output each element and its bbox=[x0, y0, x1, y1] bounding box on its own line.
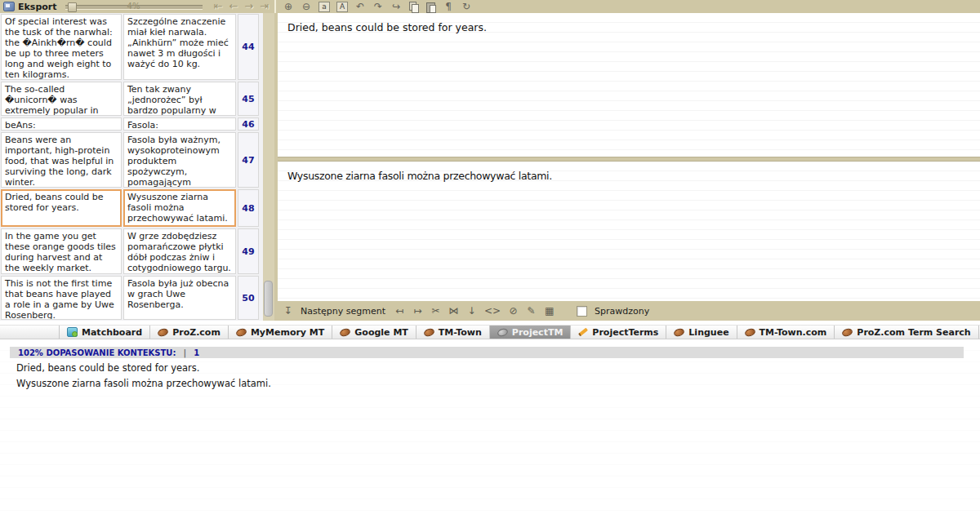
segment-number[interactable]: 48 bbox=[238, 189, 259, 227]
font-smaller-icon[interactable]: a bbox=[318, 2, 330, 12]
match-separator: | bbox=[183, 348, 186, 358]
segment-target[interactable]: Fasola była ważnym, wysokoproteinowym pr… bbox=[123, 132, 236, 188]
segment-target[interactable]: Fasola była już obecna w grach Uwe Rosen… bbox=[123, 276, 236, 320]
refresh-icon[interactable]: ↻ bbox=[461, 1, 472, 12]
copy-source-icon[interactable]: ↤ bbox=[394, 305, 405, 317]
tab-projecttm[interactable]: ProjectTM bbox=[490, 326, 572, 339]
match-source-line[interactable]: Dried, beans could be stored for years. bbox=[16, 363, 980, 374]
grid-scrollbar[interactable] bbox=[263, 13, 274, 321]
tab-label: Matchboard bbox=[82, 327, 142, 338]
table-row[interactable]: The so-called �unicorn� was extremely po… bbox=[1, 82, 262, 116]
bean-icon bbox=[673, 327, 685, 338]
first-segment-icon[interactable]: ⇤ bbox=[214, 1, 223, 12]
tab-tm-town[interactable]: TM-Town bbox=[416, 326, 490, 339]
segment-target[interactable]: W grze zdobędziesz pomarańczowe płytki d… bbox=[123, 228, 236, 274]
export-label: Eksport bbox=[18, 2, 57, 12]
segment-source[interactable]: Of special interest was the tusk of the … bbox=[1, 14, 122, 80]
segment-source[interactable]: Dried, beans could be stored for years. bbox=[1, 189, 122, 227]
pilcrow-icon[interactable]: ¶ bbox=[443, 1, 454, 12]
next-segment-icon[interactable]: → bbox=[244, 1, 253, 12]
copy-icon[interactable] bbox=[408, 2, 419, 12]
table-row[interactable]: Of special interest was the tusk of the … bbox=[1, 14, 262, 80]
undo-icon[interactable]: ↶ bbox=[354, 1, 366, 12]
segment-source[interactable]: In the game you get these orange goods t… bbox=[1, 228, 122, 274]
tab-label: ProjectTM bbox=[512, 327, 564, 338]
table-row[interactable]: beAns: Fasola: 46 bbox=[1, 117, 262, 131]
segment-number[interactable]: 44 bbox=[238, 14, 259, 80]
tab-label: ProZ.com bbox=[172, 327, 220, 338]
tab-label: TM-Town bbox=[439, 327, 482, 338]
merge-segment-icon[interactable]: ⋈ bbox=[448, 305, 459, 317]
segment-nav-buttons: ⇤ ← → ⇥ bbox=[214, 1, 270, 12]
grid-toolbar: Eksport 4% ⇤ ← → ⇥ bbox=[0, 0, 274, 13]
segment-source[interactable]: The so-called �unicorn� was extremely po… bbox=[1, 82, 122, 116]
target-editor-pane[interactable]: Wysuszone ziarna fasoli można przechowyw… bbox=[278, 162, 980, 301]
insert-target-icon[interactable]: ↦ bbox=[412, 305, 423, 317]
tab-label: Linguee bbox=[688, 327, 728, 338]
segment-number[interactable]: 49 bbox=[238, 228, 259, 274]
bean-icon bbox=[235, 327, 247, 338]
split-segment-icon[interactable]: ✂ bbox=[430, 305, 441, 317]
match-results-panel: 102% DOPASOWANIE KONTEKSTU: | 1 Dried, b… bbox=[0, 339, 980, 514]
segment-target[interactable]: Ten tak zwany „jednorożec” był bardzo po… bbox=[123, 82, 236, 116]
last-segment-icon[interactable]: ⇥ bbox=[260, 1, 269, 12]
segment-number[interactable]: 50 bbox=[238, 276, 259, 320]
target-editor-text: Wysuszone ziarna fasoli można przechowyw… bbox=[287, 170, 552, 182]
editor-bottom-toolbar: ↧ Następny segment ↤ ↦ ✂ ⋈ ↓ <> ⊘ ✎ ▦ Sp… bbox=[278, 301, 980, 321]
tab-matchboard[interactable]: Matchboard bbox=[59, 326, 150, 339]
editor-top-toolbar: ⊕ ⊖ a A ↶ ↷ ↪ ¶ ↻ bbox=[274, 0, 980, 13]
grid-icon[interactable]: ▦ bbox=[544, 305, 555, 317]
tab-label: TM-Town.com bbox=[760, 327, 827, 338]
segment-target[interactable]: Szczególne znaczenie miał kieł narwala. … bbox=[123, 14, 236, 80]
edit-icon[interactable]: ✎ bbox=[526, 305, 537, 317]
goto-next-segment-icon[interactable]: ↧ bbox=[283, 305, 293, 317]
jump-icon[interactable]: ↪ bbox=[390, 1, 402, 12]
next-segment-label[interactable]: Następny segment bbox=[301, 306, 385, 317]
segment-target[interactable]: Fasola: bbox=[123, 117, 236, 131]
redo-icon[interactable]: ↷ bbox=[372, 1, 384, 12]
segment-number[interactable]: 45 bbox=[238, 82, 259, 116]
tags-icon[interactable]: <> bbox=[484, 305, 501, 317]
tab-label: ProZ.com Term Search bbox=[857, 327, 970, 338]
bean-icon bbox=[497, 327, 509, 338]
reviewed-checkbox[interactable] bbox=[577, 306, 587, 317]
font-larger-icon[interactable]: A bbox=[336, 2, 348, 12]
strip-tags-icon[interactable]: ⊘ bbox=[508, 305, 519, 317]
segment-source[interactable]: beAns: bbox=[1, 117, 122, 131]
segment-source[interactable]: Beans were an important, high-protein fo… bbox=[1, 132, 122, 188]
segment-target[interactable]: Wysuszone ziarna fasoli można przechowyw… bbox=[123, 189, 236, 227]
grid-scrollbar-thumb[interactable] bbox=[264, 281, 273, 317]
bean-icon bbox=[339, 327, 351, 338]
progress-slider[interactable]: 4% bbox=[65, 2, 203, 11]
export-button[interactable]: Eksport bbox=[3, 2, 57, 12]
move-down-icon[interactable]: ↓ bbox=[466, 305, 477, 317]
tab-google-mt[interactable]: Google MT bbox=[332, 326, 416, 339]
segment-number[interactable]: 46 bbox=[238, 117, 259, 131]
tab-mymemory-mt[interactable]: MyMemory MT bbox=[229, 326, 332, 339]
match-target-line[interactable]: Wysuszone ziarna fasoli można przechowyw… bbox=[16, 379, 980, 389]
tab-proz-term-search[interactable]: ProZ.com Term Search bbox=[835, 326, 978, 339]
bean-icon bbox=[744, 327, 756, 338]
zoom-out-icon[interactable]: ⊖ bbox=[301, 1, 312, 12]
top-toolbar: Eksport 4% ⇤ ← → ⇥ ⊕ ⊖ a A ↶ ↷ ↪ ¶ ↻ bbox=[0, 0, 980, 13]
segment-number[interactable]: 47 bbox=[238, 132, 259, 188]
prev-segment-icon[interactable]: ← bbox=[229, 1, 238, 12]
bean-icon bbox=[423, 327, 435, 338]
source-editor-text: Dried, beans could be stored for years. bbox=[287, 21, 487, 33]
resource-tabbar: Matchboard ProZ.com MyMemory MT Google M… bbox=[0, 325, 980, 339]
matchboard-icon bbox=[67, 327, 78, 337]
tab-label: Google MT bbox=[354, 327, 408, 338]
segment-source[interactable]: This is not the first time that beans ha… bbox=[1, 276, 122, 320]
tab-projectterms[interactable]: ProjectTerms bbox=[571, 326, 666, 339]
table-row[interactable]: In the game you get these orange goods t… bbox=[1, 228, 262, 274]
table-row[interactable]: This is not the first time that beans ha… bbox=[1, 276, 262, 320]
paste-icon[interactable] bbox=[425, 2, 436, 12]
tab-proz-com[interactable]: ProZ.com bbox=[150, 326, 229, 339]
table-row-active[interactable]: Dried, beans could be stored for years. … bbox=[1, 189, 262, 227]
segment-grid-panel: Of special interest was the tusk of the … bbox=[0, 13, 274, 321]
tab-linguee[interactable]: Linguee bbox=[666, 326, 737, 339]
zoom-in-icon[interactable]: ⊕ bbox=[283, 1, 294, 12]
tab-tm-town-com[interactable]: TM-Town.com bbox=[737, 326, 835, 339]
source-editor-pane[interactable]: Dried, beans could be stored for years. bbox=[278, 13, 980, 157]
table-row[interactable]: Beans were an important, high-protein fo… bbox=[1, 132, 262, 188]
